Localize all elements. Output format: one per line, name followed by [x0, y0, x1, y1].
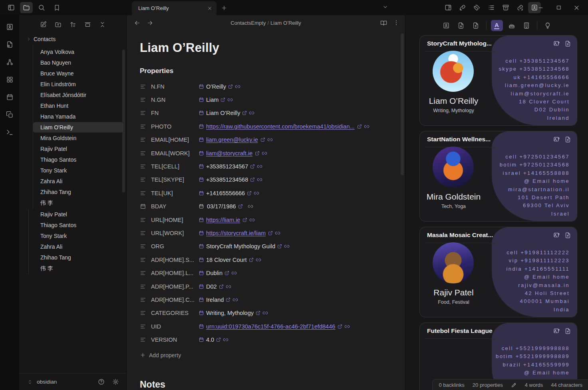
file-tree-item[interactable]: Rajiv Patel — [33, 144, 123, 154]
notes-heading[interactable]: Notes — [140, 379, 389, 390]
list-button[interactable] — [485, 2, 498, 13]
property-type-icon[interactable] — [140, 283, 147, 290]
incoming-links-button[interactable] — [456, 2, 469, 13]
property-type-icon[interactable] — [140, 123, 147, 130]
file-tree-item[interactable]: 伟 李 — [29, 263, 123, 274]
search-tab-button[interactable] — [35, 2, 48, 13]
ribbon-copy-button[interactable] — [4, 109, 16, 121]
tags-button[interactable] — [471, 2, 483, 13]
property-type-icon[interactable] — [140, 190, 147, 196]
property-type-icon[interactable] — [140, 83, 147, 90]
ribbon-contacts-button[interactable] — [4, 21, 16, 33]
contact-card-liam[interactable]: StoryCraft Mytholog... Liam O’Reilly Wri… — [419, 35, 577, 126]
editor-scrollbar[interactable] — [401, 34, 404, 175]
contact-detail-row[interactable]: israel +14165558888 — [500, 169, 570, 177]
contact-card-rajiv[interactable]: Masala Mosaic Creat... Rajiv Patel Food,… — [419, 227, 577, 317]
navigate-forward-button[interactable] — [145, 18, 155, 28]
property-value[interactable]: +353851234568 — [199, 176, 262, 183]
contact-name[interactable]: Liam O’Reilly — [421, 96, 487, 106]
property-type-icon[interactable] — [140, 110, 147, 116]
window-maximize-button[interactable] — [550, 0, 568, 15]
property-key[interactable]: N.FN — [151, 83, 199, 90]
property-type-icon[interactable] — [140, 230, 147, 236]
insights-button[interactable] — [542, 20, 554, 31]
properties-heading[interactable]: Properties — [140, 67, 389, 75]
frame-view-button[interactable] — [81, 19, 93, 30]
file-tree-item[interactable]: Thiago Santos — [29, 220, 123, 230]
contact-detail-row[interactable]: mira@startnation.il — [500, 186, 570, 194]
contact-detail-row[interactable]: India — [506, 306, 570, 314]
file-tree-item[interactable]: Anya Volkova — [33, 47, 123, 57]
file-tree-item[interactable]: Elin Lindström — [33, 79, 123, 89]
property-type-icon[interactable] — [140, 270, 147, 276]
property-value[interactable]: Liam — [199, 97, 233, 103]
export-vcard-button[interactable] — [564, 328, 571, 335]
contact-detail-row[interactable]: 101 Desert Path — [500, 194, 570, 202]
property-key[interactable]: CATEGORIES — [151, 310, 199, 316]
file-tree-item[interactable]: Bao Nguyen — [33, 57, 123, 68]
file-tree-item[interactable]: Zahra Ali — [29, 242, 123, 252]
more-options-button[interactable] — [392, 18, 400, 28]
backlinks-count[interactable]: 0 backlinks — [439, 382, 465, 388]
file-tree-item[interactable]: Rajiv Patel — [29, 209, 123, 220]
contact-detail-row[interactable]: @ Email home — [506, 273, 570, 281]
avatar-upload-button[interactable] — [553, 232, 560, 239]
export-vcard-button[interactable] — [564, 232, 571, 239]
property-key[interactable]: FN — [151, 110, 199, 116]
reading-mode-button[interactable] — [379, 18, 388, 28]
property-key[interactable]: URL[HOME] — [151, 217, 199, 223]
property-key[interactable]: TEL[UK] — [151, 190, 199, 196]
property-value[interactable]: 18 Clover Court — [199, 257, 261, 263]
property-type-icon[interactable] — [140, 297, 147, 303]
contact-detail-row[interactable]: 18 Clover Court — [499, 98, 570, 106]
property-type-icon[interactable] — [140, 163, 147, 170]
window-close-button[interactable] — [568, 0, 586, 15]
navigate-back-button[interactable] — [132, 18, 142, 28]
ribbon-file-badge-button[interactable] — [4, 38, 16, 50]
avatar[interactable] — [433, 242, 474, 283]
breadcrumb-current[interactable]: Liam O’Reilly — [270, 20, 301, 26]
contact-detail-row[interactable]: D02 Dublin — [499, 106, 570, 114]
file-tree-item[interactable]: Bruce Wayne — [33, 68, 123, 79]
contact-detail-row[interactable]: vip +919811112223 — [506, 257, 570, 265]
file-tree-item[interactable]: Thiago Santos — [33, 154, 123, 165]
property-type-icon[interactable] — [140, 310, 147, 316]
property-value[interactable]: https://liam.ie — [199, 217, 255, 223]
contacts-list-button[interactable] — [440, 20, 452, 31]
property-value[interactable]: https://storycraft.ie/liam — [199, 230, 280, 236]
property-value[interactable]: O’Reilly — [199, 83, 240, 90]
file-tree-item[interactable]: Zhihao Tang — [33, 187, 123, 197]
property-key[interactable]: EMAIL[WORK] — [151, 150, 199, 156]
sort-order-button[interactable] — [67, 19, 79, 30]
vault-name[interactable]: obsidian — [37, 379, 92, 385]
sort-organization-button[interactable] — [520, 20, 532, 31]
file-tree-item[interactable]: Tony Stark — [33, 165, 123, 176]
property-key[interactable]: ADR[HOME].P... — [151, 283, 199, 290]
property-value[interactable]: D02 — [199, 283, 231, 290]
property-value[interactable]: Writing, Mythology — [199, 310, 268, 316]
file-tree-item[interactable]: Zahra Ali — [33, 176, 123, 186]
property-type-icon[interactable] — [140, 243, 147, 249]
property-value[interactable]: liam.green@lucky.ie — [199, 137, 273, 143]
contact-detail-row[interactable]: cell +353851234567 — [499, 57, 570, 65]
property-key[interactable]: TEL[SKYPE] — [151, 176, 199, 183]
breadcrumb-parent[interactable]: ContactsEmpty — [230, 20, 266, 26]
contact-detail-row[interactable]: 69300 Tel Aviv — [500, 202, 570, 210]
vault-switcher-icon[interactable] — [27, 379, 33, 385]
property-type-icon[interactable] — [140, 176, 147, 183]
property-value[interactable]: 03/17/1986 — [199, 203, 253, 210]
file-tree-item[interactable]: Tony Stark — [29, 231, 123, 241]
import-contacts-button[interactable] — [455, 20, 467, 31]
tab-liam-oreilly[interactable]: Liam O’Reilly — [132, 1, 217, 15]
sort-birthday-button[interactable] — [506, 20, 518, 31]
property-key[interactable]: ADR[HOME].L... — [151, 270, 199, 276]
new-note-button[interactable] — [37, 19, 49, 30]
avatar[interactable] — [433, 51, 474, 92]
export-vcard-button[interactable] — [564, 40, 571, 47]
page-title[interactable]: Liam O’Reilly — [140, 41, 389, 55]
contact-detail-row[interactable]: Ireland — [499, 114, 570, 122]
contact-detail-row[interactable]: @ Email home — [500, 177, 570, 185]
property-key[interactable]: URL[WORK] — [151, 230, 199, 236]
property-key[interactable]: PHOTO — [151, 123, 199, 130]
edit-mode-toggle[interactable] — [511, 382, 517, 388]
